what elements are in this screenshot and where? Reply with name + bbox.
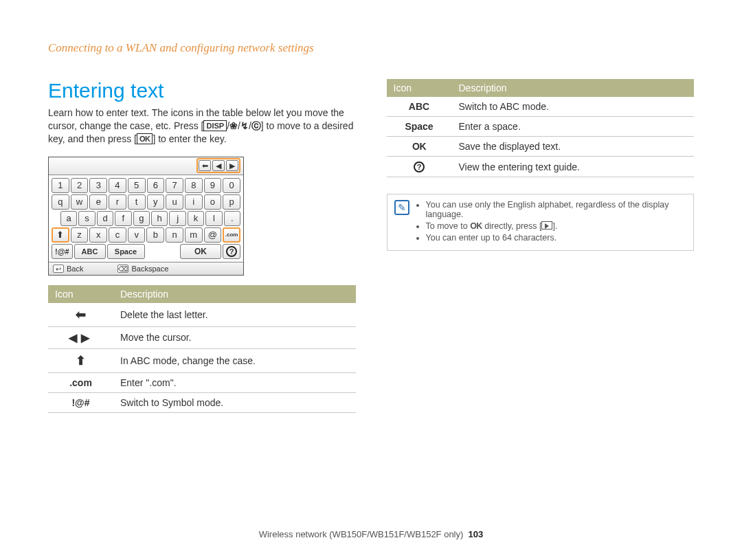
key-abc-mode[interactable]: ABC [74, 244, 106, 259]
key-info[interactable]: ? [223, 244, 240, 259]
table-row: ABC Switch to ABC mode. [387, 97, 695, 117]
keyboard-row-4: ⬆ z x c v b n m @ .com [52, 227, 240, 243]
delete-arrow-icon: ⬅ [76, 308, 86, 322]
key-b[interactable]: b [146, 227, 164, 243]
right-column: Icon Description ABC Switch to ABC mode.… [387, 79, 695, 413]
key-ok[interactable]: OK [180, 244, 221, 259]
th-icon: Icon [48, 285, 113, 303]
flash-icon: ↯ [240, 120, 249, 131]
delete-left-key[interactable]: ⬅ [199, 160, 211, 171]
key-e[interactable]: e [89, 194, 107, 210]
desc-cell: Switch to Symbol mode. [113, 392, 356, 412]
key-t[interactable]: t [128, 194, 146, 210]
keyboard-top-bar: ⬅ ◀ ▶ [49, 157, 243, 175]
ok-label: OK [412, 141, 426, 152]
ok-glyph: OK [470, 221, 482, 231]
keyboard-row-3: a s d f g h j k l . [52, 211, 240, 226]
table-row: .com Enter ".com". [48, 372, 356, 392]
key-w[interactable]: w [71, 194, 89, 210]
footer-back-label: Back [67, 265, 83, 273]
symbol-mode-label: !@# [48, 392, 113, 412]
keyboard-body: 1 2 3 4 5 6 7 8 9 0 q w e r t y [49, 175, 243, 262]
onscreen-keyboard: ⬅ ◀ ▶ 1 2 3 4 5 6 7 8 9 0 [48, 157, 244, 276]
key-s[interactable]: s [78, 211, 95, 226]
key-4[interactable]: 4 [109, 178, 126, 193]
key-j[interactable]: j [169, 211, 186, 226]
desc-cell: Delete the last letter. [113, 303, 356, 327]
footer-backspace: ⌫Backspace [117, 265, 168, 273]
key-space[interactable]: Space [107, 244, 145, 259]
key-m[interactable]: m [185, 227, 203, 243]
shift-arrow-icon: ⬆ [76, 354, 86, 368]
abc-label: ABC [387, 97, 452, 117]
key-6[interactable]: 6 [147, 178, 165, 193]
intro-paragraph: Learn how to enter text. The icons in th… [48, 107, 356, 146]
note-item: You can use only the English alphabet, r… [426, 200, 687, 219]
left-column: Entering text Learn how to enter text. T… [48, 79, 356, 413]
key-q[interactable]: q [52, 194, 69, 210]
key-at[interactable]: @ [204, 227, 222, 243]
section-heading: Entering text [48, 79, 356, 102]
key-r[interactable]: r [109, 194, 126, 210]
key-d[interactable]: d [97, 211, 113, 226]
key-h[interactable]: h [151, 211, 168, 226]
table-row: ? View the entering text guide. [387, 157, 695, 177]
keyboard-footer: ↩Back ⌫Backspace [49, 262, 243, 275]
desc-cell: Move the cursor. [113, 326, 356, 348]
key-a[interactable]: a [60, 211, 77, 226]
table-row: ⬆ In ABC mode, change the case. [48, 348, 356, 372]
table-row: !@# Switch to Symbol mode. [48, 392, 356, 412]
key-x[interactable]: x [89, 227, 107, 243]
footer-backspace-label: Backspace [131, 265, 168, 273]
cursor-arrows-icon: ◀▶ [69, 332, 93, 344]
table-row: ⬅ Delete the last letter. [48, 303, 356, 327]
info-icon: ? [226, 246, 237, 257]
table-row: Space Enter a space. [387, 117, 695, 137]
key-period[interactable]: . [224, 211, 240, 226]
key-symbol-mode[interactable]: !@# [52, 244, 73, 259]
page-footer: Wireless network (WB150F/WB151F/WB152F o… [0, 529, 742, 539]
key-2[interactable]: 2 [71, 178, 89, 193]
key-k[interactable]: k [188, 211, 204, 226]
key-c[interactable]: c [109, 227, 126, 243]
key-n[interactable]: n [166, 227, 183, 243]
key-v[interactable]: v [128, 227, 146, 243]
key-z[interactable]: z [71, 227, 89, 243]
note-item: To move to OK directly, press []. [426, 221, 687, 231]
key-com[interactable]: .com [223, 227, 240, 243]
com-label: .com [48, 372, 113, 392]
key-i[interactable]: i [185, 194, 203, 210]
keyboard-row-1: 1 2 3 4 5 6 7 8 9 0 [52, 178, 240, 193]
macro-down-icon: ❀ [229, 120, 238, 131]
note-item: You can enter up to 64 characters. [426, 233, 687, 243]
key-f[interactable]: f [115, 211, 131, 226]
key-3[interactable]: 3 [89, 178, 107, 193]
cursor-right-key[interactable]: ▶ [226, 160, 238, 171]
key-o[interactable]: o [204, 194, 222, 210]
key-p[interactable]: p [223, 194, 240, 210]
key-shift[interactable]: ⬆ [52, 227, 69, 243]
cursor-left-key[interactable]: ◀ [212, 160, 225, 171]
desc-cell: Switch to ABC mode. [452, 97, 695, 117]
footer-text: Wireless network (WB150F/WB151F/WB152F o… [259, 529, 464, 539]
key-9[interactable]: 9 [204, 178, 222, 193]
th-description: Description [452, 79, 695, 97]
key-0[interactable]: 0 [223, 178, 240, 193]
key-5[interactable]: 5 [128, 178, 146, 193]
key-y[interactable]: y [147, 194, 165, 210]
key-7[interactable]: 7 [166, 178, 183, 193]
key-8[interactable]: 8 [185, 178, 203, 193]
icon-table-right: Icon Description ABC Switch to ABC mode.… [387, 79, 695, 177]
backspace-icon: ⌫ [117, 265, 128, 273]
key-l[interactable]: l [205, 211, 222, 226]
info-icon: ? [414, 161, 425, 172]
timer-icon: ⓒ [251, 120, 261, 131]
th-description: Description [113, 285, 356, 303]
key-u[interactable]: u [166, 194, 183, 210]
key-g[interactable]: g [133, 211, 150, 226]
icon-table-left: Icon Description ⬅ Delete the last lette… [48, 285, 356, 413]
key-1[interactable]: 1 [52, 178, 69, 193]
desc-cell: Enter ".com". [113, 372, 356, 392]
back-icon: ↩ [53, 265, 64, 273]
disp-button-glyph: DISP [203, 120, 227, 131]
